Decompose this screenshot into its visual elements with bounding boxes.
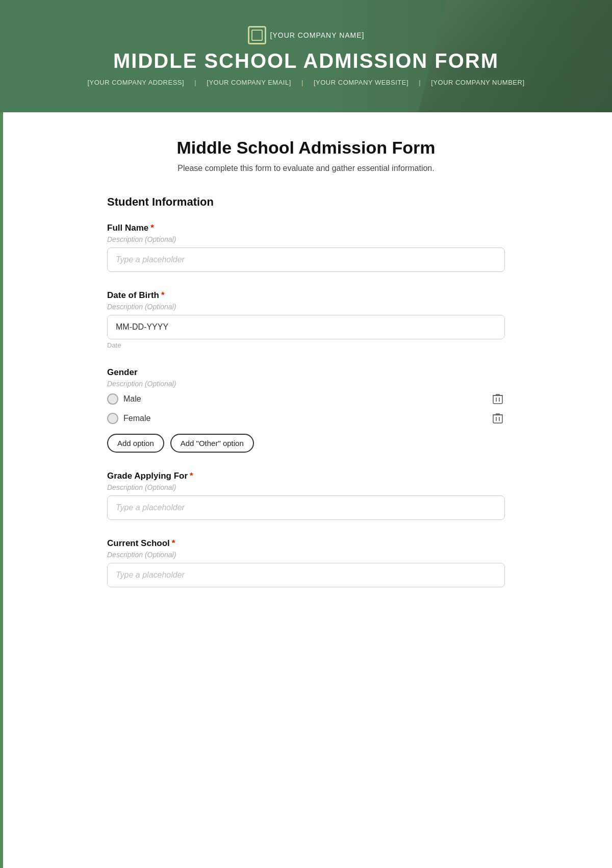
svg-rect-0 (493, 395, 502, 404)
full-name-label: Full Name * (107, 223, 505, 233)
company-logo: [YOUR COMPANY NAME] (248, 26, 365, 44)
gender-option-female: Female (107, 411, 505, 426)
required-star-full-name: * (150, 223, 154, 233)
radio-female[interactable] (107, 413, 118, 424)
current-school-input[interactable] (107, 563, 505, 587)
form-subtitle: Please complete this form to evaluate an… (107, 164, 505, 173)
field-current-school: Current School * Description (Optional) (107, 538, 505, 587)
left-accent-bar (0, 0, 3, 868)
company-name: [YOUR COMPANY NAME] (270, 31, 365, 39)
gender-label: Gender (107, 367, 505, 378)
grade-label: Grade Applying For * (107, 471, 505, 481)
section-student-info: Student Information (107, 195, 505, 209)
company-address: [YOUR COMPANY ADDRESS] (87, 79, 184, 86)
gender-options: Male Female (107, 392, 505, 426)
dob-hint: Date (107, 341, 505, 349)
current-school-label: Current School * (107, 538, 505, 549)
main-content: Middle School Admission Form Please comp… (87, 112, 525, 636)
divider-1: | (194, 79, 196, 86)
field-full-name: Full Name * Description (Optional) (107, 223, 505, 272)
header-title: MIDDLE SCHOOL ADMISSION FORM (113, 49, 499, 72)
delete-male-icon[interactable] (491, 392, 505, 406)
divider-3: | (419, 79, 421, 86)
company-email: [YOUR COMPANY EMAIL] (207, 79, 291, 86)
company-number: [YOUR COMPANY NUMBER] (431, 79, 524, 86)
delete-female-icon[interactable] (491, 411, 505, 426)
full-name-input[interactable] (107, 247, 505, 272)
form-title: Middle School Admission Form (107, 138, 505, 158)
required-star-dob: * (161, 290, 165, 301)
gender-male-label: Male (123, 394, 141, 404)
radio-male[interactable] (107, 393, 118, 405)
gender-description: Description (Optional) (107, 380, 505, 388)
grade-description: Description (Optional) (107, 483, 505, 491)
divider-2: | (301, 79, 303, 86)
field-date-of-birth: Date of Birth * Description (Optional) D… (107, 290, 505, 349)
dob-input[interactable] (107, 315, 505, 339)
add-option-buttons: Add option Add "Other" option (107, 434, 505, 453)
company-website: [YOUR COMPANY WEBSITE] (314, 79, 409, 86)
add-other-option-button[interactable]: Add "Other" option (170, 434, 254, 453)
gender-option-male: Male (107, 392, 505, 406)
gender-female-label: Female (123, 414, 150, 423)
add-option-button[interactable]: Add option (107, 434, 164, 453)
grade-input[interactable] (107, 495, 505, 520)
dob-label: Date of Birth * (107, 290, 505, 301)
dob-description: Description (Optional) (107, 303, 505, 311)
current-school-description: Description (Optional) (107, 551, 505, 559)
field-grade: Grade Applying For * Description (Option… (107, 471, 505, 520)
logo-icon (248, 26, 266, 44)
full-name-description: Description (Optional) (107, 235, 505, 243)
svg-rect-4 (493, 415, 502, 423)
required-star-grade: * (190, 471, 193, 481)
required-star-school: * (172, 538, 175, 549)
field-gender: Gender Description (Optional) Male (107, 367, 505, 453)
header-contact-info: [YOUR COMPANY ADDRESS] | [YOUR COMPANY E… (83, 79, 528, 86)
page-header: [YOUR COMPANY NAME] MIDDLE SCHOOL ADMISS… (0, 0, 612, 112)
